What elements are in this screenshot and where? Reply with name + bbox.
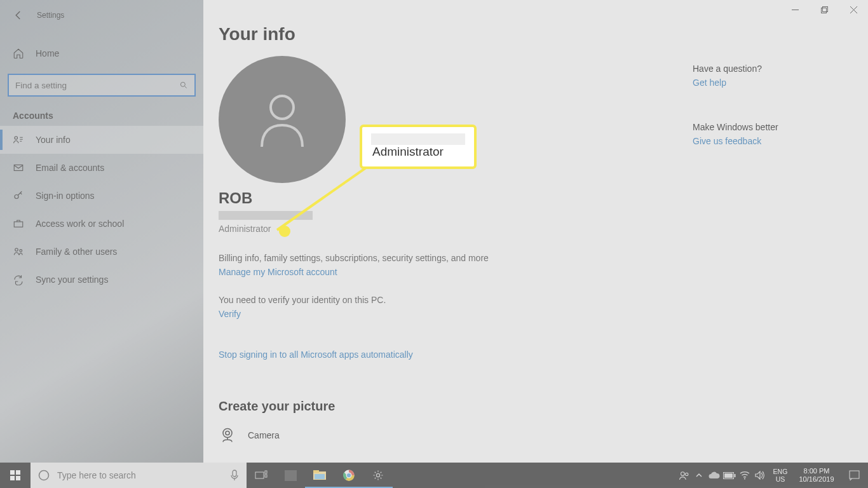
task-view-button[interactable] (247, 463, 276, 488)
sidebar-item-label: Sign-in options (36, 191, 95, 201)
verify-text: You need to verify your identity on this… (219, 295, 868, 305)
sidebar-item-access-work[interactable]: Access work or school (0, 210, 203, 238)
create-picture-heading: Create your picture (219, 399, 868, 414)
svg-point-16 (39, 471, 49, 480)
minimize-button[interactable] (780, 0, 810, 19)
person-card-icon (13, 134, 24, 146)
action-center-icon[interactable] (840, 463, 868, 488)
sidebar-item-your-info[interactable]: Your info (0, 126, 203, 154)
user-role: Administrator (219, 224, 868, 234)
svg-rect-23 (315, 474, 325, 479)
user-avatar (219, 56, 346, 183)
family-icon (13, 246, 24, 257)
svg-rect-14 (10, 476, 15, 480)
user-name: ROB (219, 189, 868, 207)
sync-icon (13, 274, 24, 285)
svg-rect-18 (255, 472, 264, 478)
home-label: Home (36, 48, 59, 58)
microphone-icon[interactable] (230, 470, 239, 481)
sidebar-category: Accounts (0, 95, 203, 126)
battery-icon[interactable] (722, 463, 737, 488)
sidebar-item-label: Access work or school (36, 219, 124, 229)
find-setting-search[interactable]: Find a setting (9, 75, 194, 95)
search-icon (179, 81, 188, 90)
billing-text: Billing info, family settings, subscript… (219, 253, 868, 263)
volume-icon[interactable] (752, 463, 768, 488)
people-icon[interactable] (676, 463, 691, 488)
feedback-link[interactable]: Give us feedback (693, 136, 832, 146)
xbox-app-icon[interactable] (276, 463, 305, 488)
sidebar-item-label: Email & accounts (36, 163, 104, 173)
taskbar: Type here to search ENGUS 8:00 (0, 463, 868, 488)
svg-point-3 (15, 195, 18, 199)
redacted-email (219, 211, 313, 220)
svg-point-7 (271, 96, 294, 119)
close-button[interactable] (839, 0, 868, 19)
svg-point-0 (180, 82, 185, 86)
svg-rect-4 (14, 222, 23, 227)
svg-rect-22 (313, 470, 319, 473)
svg-point-8 (223, 429, 232, 438)
file-explorer-icon[interactable] (305, 463, 334, 488)
svg-point-1 (15, 137, 18, 140)
taskbar-search-placeholder: Type here to search (57, 470, 136, 480)
svg-rect-13 (16, 470, 20, 475)
svg-point-33 (744, 478, 745, 480)
svg-rect-2 (14, 165, 23, 171)
svg-point-9 (226, 431, 229, 435)
svg-rect-15 (16, 476, 20, 480)
svg-point-5 (15, 248, 18, 252)
question-heading: Have a question? (693, 64, 832, 74)
sidebar-item-label: Your info (36, 135, 71, 145)
page-title: Your info (219, 24, 868, 44)
search-placeholder: Find a setting (15, 81, 67, 90)
svg-rect-31 (724, 473, 733, 478)
maximize-button[interactable] (810, 0, 839, 19)
cortana-icon (38, 470, 50, 481)
sidebar-item-label: Sync your settings (36, 274, 108, 285)
verify-link[interactable]: Verify (219, 309, 868, 319)
svg-rect-34 (850, 471, 859, 478)
svg-rect-11 (822, 6, 827, 11)
back-arrow-icon[interactable] (13, 10, 24, 21)
taskbar-search[interactable]: Type here to search (31, 463, 247, 488)
sidebar-item-label: Family & other users (36, 247, 117, 257)
svg-point-6 (20, 250, 22, 252)
get-help-link[interactable]: Get help (693, 78, 832, 88)
settings-gear-icon[interactable] (363, 463, 393, 488)
settings-content: Your info ROB Administrator Billing info… (203, 0, 868, 463)
svg-rect-32 (735, 474, 736, 477)
sidebar-item-family[interactable]: Family & other users (0, 238, 203, 266)
app-title: Settings (37, 11, 64, 20)
svg-point-27 (376, 473, 379, 477)
sidebar-item-signin-options[interactable]: Sign-in options (0, 182, 203, 210)
wifi-icon[interactable] (737, 463, 752, 488)
onedrive-icon[interactable] (707, 463, 722, 488)
key-icon (13, 190, 24, 201)
settings-sidebar: Settings Home Find a setting Accounts (0, 0, 203, 463)
taskbar-clock[interactable]: 8:00 PM10/16/2019 (793, 463, 840, 488)
camera-option[interactable]: Camera (219, 426, 868, 444)
tray-chevron-icon[interactable] (691, 463, 707, 488)
manage-account-link[interactable]: Manage my Microsoft account (219, 267, 868, 277)
camera-icon (219, 426, 236, 444)
sidebar-item-sync[interactable]: Sync your settings (0, 266, 203, 294)
svg-rect-20 (265, 475, 267, 477)
home-icon (13, 48, 24, 59)
window-controls (780, 0, 868, 19)
sidebar-home[interactable]: Home (0, 39, 203, 67)
svg-rect-12 (10, 470, 15, 475)
start-button[interactable] (0, 463, 31, 488)
language-indicator[interactable]: ENGUS (768, 463, 793, 488)
svg-rect-19 (265, 471, 267, 473)
email-icon (13, 162, 24, 173)
svg-point-29 (685, 473, 688, 475)
camera-label: Camera (248, 430, 280, 440)
help-panel: Have a question? Get help Make Windows b… (693, 64, 832, 146)
svg-rect-10 (821, 8, 826, 13)
svg-rect-17 (233, 470, 236, 477)
sidebar-item-email-accounts[interactable]: Email & accounts (0, 154, 203, 182)
stop-signin-link[interactable]: Stop signing in to all Microsoft apps au… (219, 349, 868, 360)
chrome-icon[interactable] (334, 463, 363, 488)
svg-point-28 (681, 471, 684, 475)
